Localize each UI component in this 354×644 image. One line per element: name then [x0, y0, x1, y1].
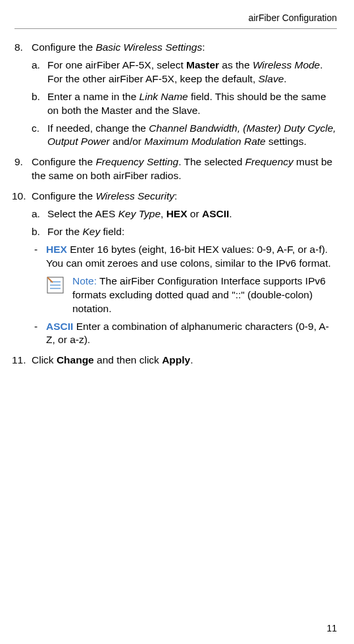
step-11-bold2: Apply	[162, 354, 190, 365]
step-8b: b. Enter a name in the Link Name field. …	[32, 90, 337, 118]
step-10b: b. For the Key field:	[32, 225, 337, 239]
step-9-italic2: Frequency	[245, 156, 293, 167]
step-10a-bold1: HEX	[166, 208, 188, 219]
step-10a-italic1: Key Type	[118, 208, 161, 219]
step-8a-t4: .	[284, 73, 286, 84]
step-10-t2: :	[174, 190, 177, 201]
step-9-t1: Configure the	[32, 156, 95, 167]
step-8c-mark: c.	[32, 122, 39, 136]
step-10a-bold2: ASCII	[202, 208, 229, 219]
step-10a-t3: or	[188, 208, 202, 219]
step-11: 11. Click Change and then click Apply.	[14, 354, 337, 367]
step-10-hex-text: Enter 16 bytes (eight, 16-bit HEX values…	[46, 244, 331, 269]
step-8a-t2: as the	[219, 59, 253, 70]
note-icon	[46, 276, 64, 298]
step-11-number: 11.	[12, 354, 26, 367]
step-11-t3: .	[190, 354, 193, 365]
step-10a-mark: a.	[32, 207, 40, 221]
step-8b-t1: Enter a name in the	[47, 91, 139, 102]
step-9-number: 9.	[14, 155, 23, 169]
step-10a-t4: .	[229, 208, 232, 219]
step-10-ascii-dash: -	[34, 320, 38, 334]
step-9-italic1: Frequency Setting	[95, 156, 178, 167]
step-8-italic: Basic Wireless Settings	[95, 41, 202, 53]
step-10-hex-label: HEX	[46, 244, 67, 255]
page-header: airFiber Configuration	[14, 12, 337, 29]
step-8b-mark: b.	[32, 90, 40, 104]
step-8a-t1: For one airFiber AF-5X, select	[47, 59, 186, 70]
step-8c-t3: settings.	[266, 136, 307, 147]
step-8a-mark: a.	[32, 59, 40, 72]
step-8c: c. If needed, change the Channel Bandwid…	[32, 122, 337, 149]
step-10b-t1: For the	[47, 226, 82, 237]
step-9-t2: . The selected	[178, 156, 245, 167]
step-10-t1: Configure the	[32, 190, 95, 201]
step-11-t2: and then click	[94, 354, 162, 365]
step-10b-t2: field:	[100, 226, 124, 237]
note-text: The airFiber Configuration Interface sup…	[72, 275, 326, 314]
step-8c-t1: If needed, change the	[47, 122, 149, 134]
step-10b-italic1: Key	[82, 226, 100, 237]
step-10-number: 10.	[12, 190, 26, 203]
step-8a-bold1: Master	[186, 59, 219, 70]
step-10a-t2: ,	[161, 208, 166, 219]
step-10a-t1: Select the AES	[47, 208, 118, 219]
step-8b-italic1: Link Name	[139, 91, 188, 102]
step-10b-mark: b.	[32, 225, 40, 239]
step-10a: a. Select the AES Key Type, HEX or ASCII…	[32, 207, 337, 221]
step-10-note: Note: The airFiber Configuration Interfa…	[46, 275, 337, 316]
step-10-hex-dash: -	[34, 243, 38, 257]
step-8c-t2: and/or	[113, 136, 144, 147]
step-10-ascii: - ASCII Enter a combination of alphanume…	[32, 320, 337, 348]
step-9: 9. Configure the Frequency Setting. The …	[14, 155, 337, 183]
step-10: 10. Configure the Wireless Security: a. …	[14, 190, 337, 347]
step-8c-italic2: Maximum Modulation Rate	[144, 136, 265, 147]
step-10-hex: - HEX Enter 16 bytes (eight, 16-bit HEX …	[32, 243, 337, 316]
note-label: Note:	[72, 275, 97, 286]
step-11-bold1: Change	[57, 354, 94, 365]
step-11-t1: Click	[32, 354, 57, 365]
step-8a: a. For one airFiber AF-5X, select Master…	[32, 59, 337, 86]
step-10-italic1: Wireless Security	[95, 190, 174, 201]
step-8-text-2: :	[202, 41, 205, 53]
step-10-ascii-text: Enter a combination of alphanumeric char…	[46, 321, 329, 346]
page-number: 11	[326, 622, 337, 635]
step-8a-italic1: Wireless Mode	[253, 59, 320, 70]
step-8: 8. Configure the Basic Wireless Settings…	[14, 41, 337, 149]
step-10-ascii-label: ASCII	[46, 321, 73, 332]
step-8a-italic2: Slave	[259, 73, 284, 84]
step-8-text-1: Configure the	[32, 41, 95, 53]
step-8-number: 8.	[14, 41, 23, 55]
header-title: airFiber Configuration	[248, 13, 337, 23]
